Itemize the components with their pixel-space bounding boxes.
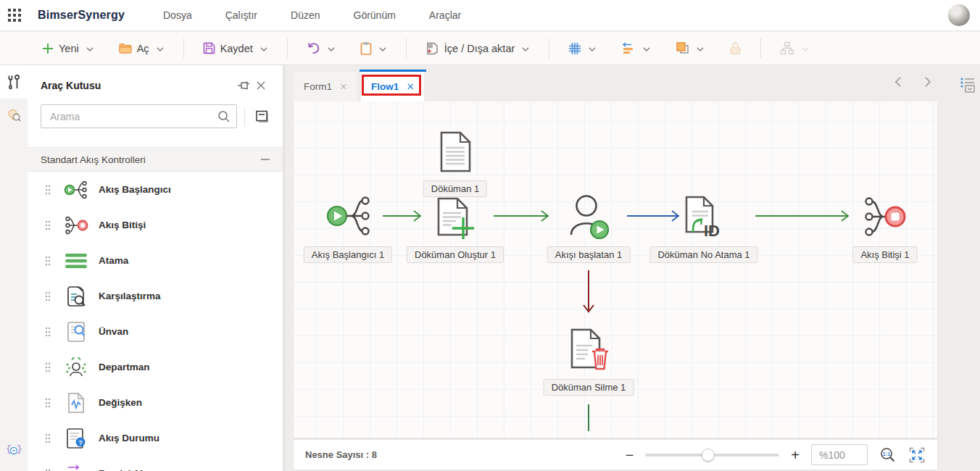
undo-button[interactable]	[299, 37, 343, 59]
node-label-document-create[interactable]: Döküman Oluştur 1	[407, 246, 504, 263]
tab-scroll-left-button[interactable]	[892, 75, 905, 88]
document-node-icon[interactable]	[438, 131, 473, 172]
document-id-node-icon[interactable]: ID	[684, 196, 726, 241]
bring-forward-button[interactable]	[668, 36, 712, 60]
flow-start-node-icon[interactable]	[326, 195, 371, 237]
svg-text:ID: ID	[704, 222, 720, 240]
node-label-document-delete[interactable]: Döküman Silme 1	[544, 379, 634, 396]
toolbox-item-atama[interactable]: Atama	[28, 243, 283, 278]
pin-icon	[237, 81, 250, 90]
paste-button[interactable]	[353, 36, 394, 60]
flow-initiator-node-icon[interactable]	[567, 193, 612, 242]
menu-duzen[interactable]: Düzen	[278, 5, 332, 25]
toolbox-item-paralel-akis[interactable]: Paralel Akış	[28, 456, 283, 471]
zoom-percent-input[interactable]	[811, 444, 868, 465]
zoom-slider[interactable]	[645, 449, 779, 462]
node-label-document-id[interactable]: Döküman No Atama 1	[649, 246, 757, 263]
drag-handle-icon[interactable]	[45, 220, 51, 230]
top-header: BimserSynergy Dosya Çalıştır Düzen Görün…	[0, 0, 980, 31]
insight-strip-button[interactable]	[0, 99, 28, 132]
node-label-document[interactable]: Döküman 1	[423, 180, 487, 197]
drag-handle-icon[interactable]	[45, 362, 51, 372]
toolbox-title: Araç Kutusu	[41, 80, 235, 91]
toolbox-strip-button[interactable]	[0, 65, 28, 99]
drag-handle-icon[interactable]	[45, 469, 51, 471]
zoom-out-button[interactable]: −	[626, 448, 634, 462]
align-button[interactable]	[614, 37, 658, 59]
app-launcher-icon[interactable]	[0, 0, 29, 31]
chevron-down-icon	[259, 43, 268, 54]
user-avatar[interactable]	[948, 4, 970, 26]
flow-status-icon: ?	[61, 428, 91, 449]
search-divider	[244, 107, 245, 126]
drag-handle-icon[interactable]	[45, 398, 51, 408]
tab-scroll-right-button[interactable]	[921, 75, 934, 88]
toolbox-item-label: Akış Bitişi	[99, 220, 146, 230]
title-search-icon	[61, 321, 91, 343]
grid-toggle-button[interactable]	[561, 37, 604, 60]
drag-handle-icon[interactable]	[45, 433, 51, 443]
collapse-all-button[interactable]	[252, 107, 273, 127]
svg-text:1:1: 1:1	[883, 451, 891, 457]
tab-flow1[interactable]: Flow1	[361, 72, 424, 101]
close-tab-icon[interactable]	[407, 83, 414, 91]
tab-strip: Form1 Flow1	[283, 65, 980, 101]
toolbox-item-label: Paralel Akış	[99, 468, 154, 471]
document-delete-node-icon[interactable]	[569, 328, 611, 373]
flow-end-node-icon[interactable]	[863, 196, 907, 238]
tab-list-button[interactable]	[959, 76, 976, 93]
toolbox-item-departman[interactable]: Departman	[28, 349, 283, 385]
parallel-flow-icon	[61, 464, 91, 471]
save-floppy-icon	[203, 42, 215, 54]
toolbox-item-degisken[interactable]: Değişken	[28, 385, 283, 420]
one-to-one-icon: 1:1	[880, 447, 896, 463]
menu-gorunum[interactable]: Görünüm	[341, 5, 408, 25]
new-button[interactable]: Yeni	[35, 38, 101, 59]
menu-araclar[interactable]: Araçlar	[417, 5, 473, 25]
open-button[interactable]: Aç	[112, 38, 172, 59]
fit-to-screen-button[interactable]	[908, 446, 926, 464]
close-toolbox-button[interactable]	[252, 77, 270, 94]
search-icon[interactable]	[217, 110, 231, 126]
chevron-down-icon	[588, 43, 597, 54]
search-input[interactable]	[41, 105, 236, 128]
collapse-minus-icon[interactable]	[261, 158, 270, 161]
menu-calistir[interactable]: Çalıştır	[213, 5, 270, 25]
chevron-down-icon	[642, 43, 651, 54]
zoom-slider-thumb[interactable]	[702, 449, 715, 462]
undo-icon	[307, 42, 320, 54]
toolbox-item-akis-baslangici[interactable]: Akış Başlangıcı	[28, 172, 283, 207]
import-export-button[interactable]: İçe / Dışa aktar	[418, 37, 538, 60]
zoom-one-to-one-button[interactable]: 1:1	[879, 446, 897, 464]
toolbox-item-unvan[interactable]: Ünvan	[28, 314, 283, 349]
zoom-in-button[interactable]: +	[791, 448, 800, 462]
document-create-node-icon[interactable]	[436, 197, 476, 242]
close-tab-icon[interactable]	[341, 83, 346, 91]
drag-handle-icon[interactable]	[45, 256, 51, 266]
toolbar-separator	[287, 38, 288, 59]
toolbox-item-akis-bitisi[interactable]: Akış Bitişi	[28, 207, 283, 243]
flow-layout-button[interactable]	[773, 36, 817, 60]
toolbox-item-karsilastirma[interactable]: Karşılaştırma	[28, 278, 283, 314]
node-label-flow-initiator[interactable]: Akışı başlatan 1	[547, 246, 631, 263]
toolbox-item-label: Değişken	[99, 397, 142, 408]
node-label-flow-start[interactable]: Akış Başlangıcı 1	[304, 246, 392, 263]
drag-handle-icon[interactable]	[45, 185, 51, 195]
script-strip-button[interactable]: {}	[0, 432, 28, 465]
save-button[interactable]: Kaydet	[196, 37, 275, 59]
flow-canvas[interactable]: Akış Başlangıcı 1 Döküman 1 Döküman Oluş…	[294, 101, 937, 438]
tab-label: Flow1	[371, 81, 399, 92]
app-body: {} Araç Kutusu	[0, 65, 980, 471]
toolbox-section-header[interactable]: Standart Akış Kontrolleri	[28, 147, 283, 172]
pin-button[interactable]	[235, 77, 252, 94]
node-label-flow-end[interactable]: Akış Bitişi 1	[852, 246, 917, 263]
tools-icon	[7, 74, 21, 90]
tab-form1[interactable]: Form1	[294, 72, 357, 101]
menu-dosya[interactable]: Dosya	[151, 5, 204, 25]
toolbar-separator	[760, 38, 761, 59]
chevron-down-icon	[378, 43, 387, 54]
drag-handle-icon[interactable]	[45, 291, 51, 301]
lock-button[interactable]	[722, 36, 749, 60]
toolbox-item-akis-durumu[interactable]: ? Akış Durumu	[28, 420, 283, 456]
drag-handle-icon[interactable]	[45, 327, 51, 337]
